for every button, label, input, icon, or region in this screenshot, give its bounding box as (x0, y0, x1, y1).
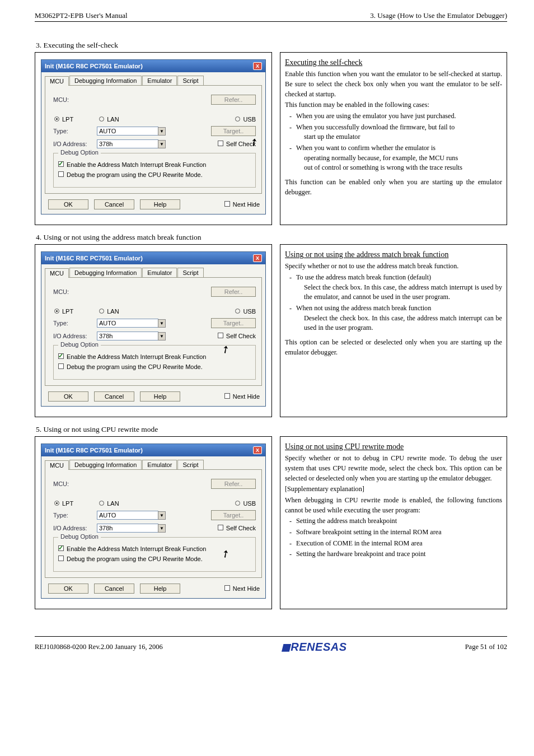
dialog-wrap-4: Init (M16C R8C PC7501 Emulator) X MCU De… (35, 244, 272, 417)
radio-lan[interactable]: LAN (99, 308, 119, 315)
footer-right: Page 51 of 102 (465, 643, 507, 651)
selfcheck-checkbox[interactable]: Self Check (218, 525, 256, 531)
tab-debugging[interactable]: Debugging Information (69, 460, 142, 469)
refer-button[interactable]: Refer.. (211, 479, 256, 489)
tab-mcu[interactable]: MCU (45, 76, 69, 86)
radio-lan[interactable]: LAN (99, 116, 119, 123)
radio-usb[interactable]: USB (235, 116, 256, 123)
radio-lpt[interactable]: LPT (54, 116, 73, 123)
explain-4: Using or not using the address match bre… (280, 244, 507, 417)
target-button[interactable]: Target.. (211, 510, 256, 520)
opt-address-match[interactable]: Enable the Address Match Interrupt Break… (58, 161, 206, 168)
type-label: Type: (53, 512, 97, 519)
nexthide-checkbox[interactable]: Next Hide (224, 393, 260, 400)
radio-lan[interactable]: LAN (99, 500, 119, 507)
tab-mcu[interactable]: MCU (45, 268, 69, 278)
nexthide-checkbox[interactable]: Next Hide (224, 201, 260, 208)
io-label: I/O Address: (53, 141, 97, 147)
dialog-title: Init (M16C R8C PC7501 Emulator) (45, 447, 143, 454)
close-icon[interactable]: X (253, 62, 262, 70)
type-label: Type: (53, 320, 97, 326)
io-input[interactable]: 378h (97, 524, 158, 533)
opt-cpu-rewrite[interactable]: Debug the program using the CPU Rewrite … (58, 556, 203, 562)
mcu-label: MCU: (53, 480, 97, 487)
section-4-title: 4. Using or not using the address match … (36, 233, 507, 242)
refer-button[interactable]: Refer.. (211, 95, 256, 105)
mcu-label: MCU: (53, 96, 97, 103)
radio-lpt[interactable]: LPT (54, 308, 73, 315)
ok-button[interactable]: OK (48, 584, 88, 594)
chevron-down-icon[interactable]: ▼ (158, 319, 166, 328)
type-input[interactable]: AUTO (97, 127, 158, 136)
refer-button[interactable]: Refer.. (211, 287, 256, 297)
target-button[interactable]: Target.. (211, 126, 256, 136)
ok-button[interactable]: OK (48, 199, 88, 209)
chevron-down-icon[interactable]: ▼ (158, 332, 166, 340)
tab-script[interactable]: Script (177, 268, 203, 277)
io-input[interactable]: 378h (97, 139, 158, 148)
header-right: 3. Usage (How to Use the Emulator Debugg… (370, 11, 507, 20)
cancel-button[interactable]: Cancel (94, 391, 134, 402)
type-label: Type: (53, 128, 97, 134)
cancel-button[interactable]: Cancel (94, 584, 134, 594)
target-button[interactable]: Target.. (211, 318, 256, 328)
tab-emulator[interactable]: Emulator (142, 460, 177, 469)
opt-address-match[interactable]: Enable the Address Match Interrupt Break… (58, 545, 206, 552)
mcu-label: MCU: (53, 288, 97, 295)
radio-usb[interactable]: USB (235, 500, 256, 507)
init-dialog: Init (M16C R8C PC7501 Emulator) X MCU De… (41, 251, 266, 407)
radio-lpt[interactable]: LPT (54, 500, 73, 507)
help-button[interactable]: Help (140, 584, 180, 594)
tab-debugging[interactable]: Debugging Information (69, 268, 142, 277)
dialog-title: Init (M16C R8C PC7501 Emulator) (45, 255, 143, 262)
renesas-logo: ◼RENESAS (281, 640, 347, 654)
chevron-down-icon[interactable]: ▼ (158, 524, 166, 533)
expl4-title: Using or not using the address match bre… (285, 250, 448, 259)
tab-script[interactable]: Script (177, 460, 203, 469)
io-input[interactable]: 378h (97, 332, 158, 340)
tab-emulator[interactable]: Emulator (142, 268, 177, 277)
tab-emulator[interactable]: Emulator (142, 76, 177, 85)
footer-left: REJ10J0868-0200 Rev.2.00 January 16, 200… (35, 643, 163, 651)
io-label: I/O Address: (53, 333, 97, 339)
expl5-title: Using or not using CPU rewrite mode (285, 442, 404, 451)
help-button[interactable]: Help (140, 199, 180, 209)
dialog-title: Init (M16C R8C PC7501 Emulator) (45, 63, 143, 69)
opt-cpu-rewrite[interactable]: Debug the program using the CPU Rewrite … (58, 363, 203, 370)
debug-option-legend: Debug Option (58, 341, 101, 348)
io-label: I/O Address: (53, 525, 97, 531)
debug-option-legend: Debug Option (58, 533, 101, 540)
close-icon[interactable]: X (253, 254, 262, 262)
type-input[interactable]: AUTO (97, 511, 158, 520)
tab-mcu[interactable]: MCU (45, 460, 69, 470)
arrow-icon: ➚ (247, 135, 261, 150)
section-5-title: 5. Using or not using CPU rewrite mode (36, 425, 507, 434)
init-dialog: Init (M16C R8C PC7501 Emulator) X MCU De… (41, 59, 266, 214)
selfcheck-checkbox[interactable]: Self Check (218, 333, 256, 339)
tab-debugging[interactable]: Debugging Information (69, 76, 142, 85)
nexthide-checkbox[interactable]: Next Hide (224, 585, 260, 592)
init-dialog: Init (M16C R8C PC7501 Emulator) X MCU De… (41, 444, 266, 599)
explain-5: Using or not using CPU rewrite mode Spec… (280, 436, 507, 609)
opt-address-match[interactable]: Enable the Address Match Interrupt Break… (58, 353, 206, 360)
close-icon[interactable]: X (253, 446, 262, 454)
chevron-down-icon[interactable]: ▼ (158, 511, 166, 520)
help-button[interactable]: Help (140, 391, 180, 402)
chevron-down-icon[interactable]: ▼ (158, 127, 166, 136)
section-3-title: 3. Executing the self-check (36, 41, 507, 50)
opt-cpu-rewrite[interactable]: Debug the program using the CPU Rewrite … (58, 171, 203, 178)
explain-3: Executing the self-check Enable this fun… (280, 52, 507, 225)
chevron-down-icon[interactable]: ▼ (158, 140, 166, 148)
debug-option-legend: Debug Option (58, 149, 101, 156)
type-input[interactable]: AUTO (97, 319, 158, 328)
dialog-wrap-5: Init (M16C R8C PC7501 Emulator) X MCU De… (35, 436, 272, 609)
ok-button[interactable]: OK (48, 391, 88, 402)
cancel-button[interactable]: Cancel (94, 199, 134, 209)
header-left: M3062PT2-EPB User's Manual (35, 11, 128, 20)
tab-script[interactable]: Script (177, 76, 203, 85)
dialog-wrap-3: Init (M16C R8C PC7501 Emulator) X MCU De… (35, 52, 272, 225)
radio-usb[interactable]: USB (235, 308, 256, 315)
expl3-title: Executing the self-check (285, 58, 362, 67)
